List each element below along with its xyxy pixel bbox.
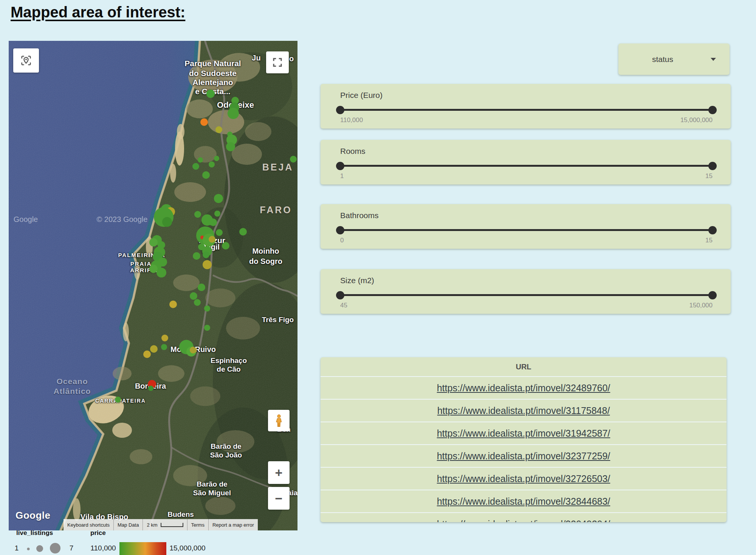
listing-link[interactable]: https://www.idealista.pt/imovel/32377259… [437, 451, 610, 462]
listing-dot[interactable] [203, 260, 212, 269]
show-pin-button[interactable] [13, 48, 39, 73]
legend-dot-medium [36, 545, 43, 552]
table-row[interactable]: https://www.idealista.pt/imovel/32489760… [321, 376, 727, 399]
listing-dot[interactable] [115, 397, 121, 403]
zoom-out-button[interactable]: − [268, 487, 290, 510]
zoom-in-button[interactable]: + [268, 461, 290, 484]
legend-color-max: 15,000,000 [169, 544, 205, 552]
bathrooms-slider-max-value: 15 [705, 237, 713, 244]
listing-dot[interactable] [209, 161, 215, 167]
bathrooms-slider-track[interactable] [340, 229, 713, 231]
listing-dot[interactable] [190, 292, 197, 300]
listing-dot[interactable] [149, 238, 158, 246]
pegman-button[interactable] [268, 410, 290, 431]
listing-dot[interactable] [228, 108, 239, 119]
terms-link[interactable]: Terms [187, 519, 208, 530]
listing-link[interactable]: https://www.idealista.pt/imovel/32844683… [437, 496, 610, 507]
map-place-label: BEJA [262, 162, 294, 173]
size-slider-max-handle[interactable] [708, 291, 717, 299]
size-slider-min-value: 45 [340, 302, 347, 309]
listing-dot[interactable] [216, 229, 223, 236]
map-place-label: Ju [252, 54, 260, 62]
listing-dot[interactable] [239, 228, 247, 236]
table-row[interactable]: https://www.idealista.pt/imovel/32726503… [321, 467, 727, 490]
rooms-slider-min-value: 1 [340, 172, 344, 180]
listing-link[interactable]: https://www.idealista.pt/imovel/32049204… [437, 519, 610, 522]
listing-dot[interactable] [202, 171, 210, 179]
listing-link[interactable]: https://www.idealista.pt/imovel/31175848… [437, 405, 610, 416]
map-place-label: de Cão [217, 365, 240, 374]
listing-dot[interactable] [150, 345, 158, 353]
map-data-link[interactable]: Map Data [113, 519, 143, 530]
table-row[interactable]: https://www.idealista.pt/imovel/32377259… [321, 444, 727, 467]
google-logo[interactable]: Google [15, 510, 51, 521]
rooms-slider-min-handle[interactable] [336, 162, 344, 170]
listing-dot[interactable] [204, 305, 210, 312]
listing-dot[interactable] [200, 118, 208, 126]
listing-dot[interactable] [214, 194, 223, 203]
legend-color-title: price [90, 529, 106, 537]
listing-dot[interactable] [192, 163, 199, 170]
legend: live_listings 1 7 price 110,000 15,000,0… [0, 529, 227, 555]
size-slider-panel: Size (m2) 45 150,000 [321, 269, 731, 314]
map-place-label: Barão de [197, 480, 227, 488]
listing-dot[interactable] [214, 156, 219, 161]
listing-dot[interactable] [161, 344, 167, 350]
plus-icon: + [275, 466, 283, 479]
map-place-label: Parque Natural [184, 59, 241, 68]
rooms-slider-max-handle[interactable] [708, 162, 717, 170]
listing-dot[interactable] [156, 268, 166, 278]
table-row[interactable]: https://www.idealista.pt/imovel/31175848… [321, 399, 727, 422]
report-map-error-link[interactable]: Report a map error [208, 519, 258, 530]
price-slider-track[interactable] [340, 109, 713, 111]
listing-dot[interactable] [203, 251, 209, 258]
bathrooms-slider-max-handle[interactable] [708, 226, 717, 234]
price-slider-min-handle[interactable] [336, 106, 344, 114]
status-dropdown-label: status [652, 55, 673, 64]
rooms-slider-track[interactable] [340, 165, 713, 167]
listing-dot[interactable] [198, 243, 205, 250]
price-slider-panel: Price (Euro) 110,000 15,000,000 [321, 84, 731, 129]
keyboard-shortcuts-link[interactable]: Keyboard shortcuts [64, 519, 113, 530]
listing-dot[interactable] [194, 299, 201, 306]
listing-dot[interactable] [226, 142, 235, 151]
map-place-label: PRAIA [130, 260, 152, 267]
listing-dot[interactable] [190, 347, 197, 353]
listing-dot[interactable] [162, 217, 172, 227]
listing-link[interactable]: https://www.idealista.pt/imovel/32489760… [437, 383, 610, 394]
listing-dot[interactable] [193, 252, 200, 260]
listing-dot[interactable] [215, 126, 222, 133]
listing-dot[interactable] [206, 90, 215, 98]
map[interactable]: Parque Naturaldo SudoesteAlentejanoe Cos… [9, 41, 297, 530]
map-place-label: FARO [260, 205, 292, 215]
bathrooms-slider-min-handle[interactable] [336, 226, 344, 234]
price-slider-label: Price (Euro) [340, 91, 383, 100]
rooms-slider-panel: Rooms 1 15 [321, 140, 731, 184]
listing-dot[interactable] [161, 335, 168, 341]
size-slider-max-value: 150,000 [689, 302, 713, 309]
listing-dot[interactable] [198, 157, 203, 163]
size-slider-min-handle[interactable] [336, 291, 344, 299]
table-row[interactable]: https://www.idealista.pt/imovel/31942587… [321, 422, 727, 444]
listing-dot[interactable] [209, 236, 215, 243]
listing-link[interactable]: https://www.idealista.pt/imovel/32726503… [437, 473, 610, 484]
table-row[interactable]: https://www.idealista.pt/imovel/32844683… [321, 490, 727, 512]
listing-dot[interactable] [148, 386, 153, 391]
listing-dot[interactable] [194, 211, 201, 218]
listing-dot[interactable] [169, 301, 177, 308]
listing-dot[interactable] [214, 211, 220, 217]
size-slider-track[interactable] [340, 294, 713, 296]
listing-dot[interactable] [290, 156, 297, 163]
listing-dot[interactable] [209, 219, 217, 226]
fullscreen-button[interactable] [266, 51, 289, 73]
map-place-label: Oceano [56, 377, 88, 386]
listing-dot[interactable] [204, 325, 210, 331]
listing-dot[interactable] [222, 242, 229, 250]
listing-dot[interactable] [143, 350, 151, 358]
table-row[interactable]: https://www.idealista.pt/imovel/32049204… [321, 512, 727, 522]
listing-dot[interactable] [198, 284, 205, 291]
listing-link[interactable]: https://www.idealista.pt/imovel/31942587… [437, 428, 610, 439]
map-place-label: São João [210, 451, 242, 459]
status-dropdown[interactable]: status [618, 43, 730, 75]
price-slider-max-handle[interactable] [708, 106, 717, 114]
